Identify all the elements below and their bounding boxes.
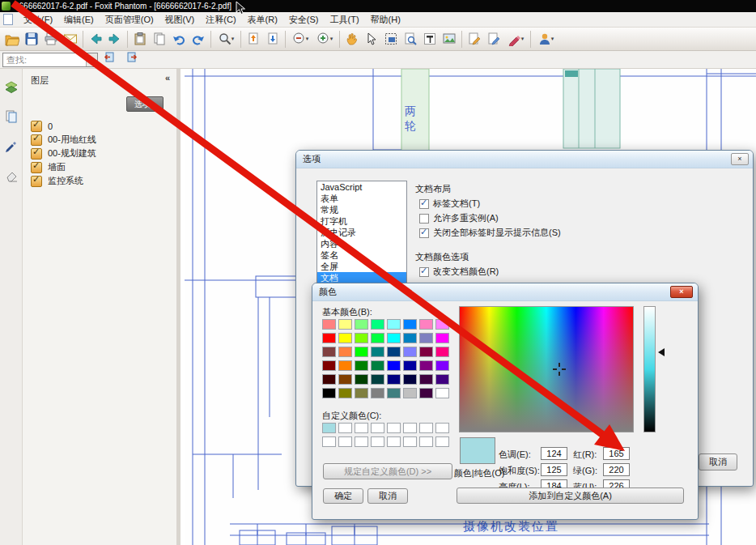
- layer-row[interactable]: 监控系统: [23, 174, 176, 188]
- saturation-field[interactable]: 125: [541, 463, 567, 476]
- menu-item[interactable]: 帮助(H): [365, 12, 406, 28]
- edit-object-button[interactable]: [465, 29, 484, 49]
- email-button[interactable]: [61, 29, 80, 49]
- custom-color-swatch[interactable]: [435, 436, 449, 447]
- basic-color-swatch[interactable]: [403, 388, 417, 398]
- basic-color-swatch[interactable]: [322, 347, 336, 357]
- custom-color-swatch[interactable]: [355, 436, 368, 447]
- layer-visibility-checkbox[interactable]: [31, 148, 42, 160]
- green-field[interactable]: 220: [603, 463, 630, 476]
- menu-item[interactable]: 视图(V): [159, 12, 201, 28]
- options-category[interactable]: 历史记录: [317, 227, 406, 238]
- basic-color-swatch[interactable]: [322, 388, 336, 398]
- layers-panel-button[interactable]: [2, 80, 19, 97]
- options-category[interactable]: JavaScript: [317, 181, 406, 193]
- basic-color-swatch[interactable]: [371, 360, 384, 371]
- basic-color-swatch[interactable]: [403, 347, 417, 357]
- redo-button[interactable]: [189, 29, 208, 49]
- custom-color-swatch[interactable]: [435, 423, 449, 433]
- cancel-button[interactable]: 取消: [367, 488, 408, 504]
- find-previous-button[interactable]: [99, 52, 120, 66]
- basic-color-swatch[interactable]: [387, 319, 401, 330]
- basic-color-swatch[interactable]: [419, 333, 433, 343]
- custom-color-swatch[interactable]: [355, 423, 368, 433]
- custom-color-swatch[interactable]: [403, 436, 417, 447]
- basic-color-swatch[interactable]: [355, 374, 368, 385]
- menu-item[interactable]: 编辑(E): [58, 12, 100, 28]
- zoom-tool-button[interactable]: ▾: [214, 29, 238, 49]
- basic-color-swatch[interactable]: [419, 374, 433, 385]
- signature-panel-button[interactable]: [2, 138, 19, 155]
- basic-color-swatch[interactable]: [387, 333, 401, 343]
- basic-color-swatch[interactable]: [403, 374, 417, 385]
- custom-color-swatch[interactable]: [338, 423, 352, 433]
- layer-visibility-checkbox[interactable]: [31, 176, 42, 187]
- basic-color-swatch[interactable]: [403, 360, 417, 371]
- menu-item[interactable]: 文件(F): [18, 12, 58, 28]
- find-button[interactable]: [401, 29, 420, 49]
- basic-color-swatch[interactable]: [435, 388, 449, 398]
- layer-visibility-checkbox[interactable]: [31, 121, 42, 132]
- pen-annotation-button[interactable]: ▾: [503, 29, 528, 49]
- basic-color-swatch[interactable]: [338, 347, 352, 357]
- layer-row[interactable]: 00-规划建筑: [23, 147, 176, 160]
- custom-color-swatch[interactable]: [338, 436, 352, 447]
- options-category[interactable]: 内容: [317, 238, 406, 249]
- checkbox-row[interactable]: 允许多重实例(A): [419, 212, 499, 224]
- menu-item[interactable]: 安全(S): [283, 12, 325, 28]
- define-custom-colors-button[interactable]: 规定自定义颜色(D) >>: [323, 463, 452, 479]
- basic-color-swatch[interactable]: [403, 319, 417, 330]
- undo-button[interactable]: [169, 29, 189, 49]
- basic-color-swatch[interactable]: [387, 388, 401, 398]
- checkbox[interactable]: [419, 228, 429, 238]
- basic-color-swatch[interactable]: [419, 360, 433, 371]
- luminance-slider-handle[interactable]: [658, 348, 665, 356]
- menu-item[interactable]: 页面管理(O): [100, 12, 159, 28]
- options-category[interactable]: 签名: [317, 249, 406, 261]
- collapse-panel-icon[interactable]: «: [165, 73, 168, 83]
- basic-color-swatch[interactable]: [355, 347, 368, 357]
- text-tool-button[interactable]: [420, 29, 440, 49]
- checkbox-row[interactable]: 关闭全部标签时显示提示信息(S): [419, 227, 561, 239]
- custom-color-swatch[interactable]: [419, 436, 433, 447]
- basic-color-swatch[interactable]: [338, 333, 352, 343]
- custom-color-swatch[interactable]: [371, 436, 384, 447]
- options-category[interactable]: 表单: [317, 193, 406, 204]
- previous-page-button[interactable]: [244, 29, 263, 49]
- custom-color-swatch[interactable]: [419, 423, 433, 433]
- panel-options-button[interactable]: 选项 ▾: [126, 96, 164, 112]
- layer-row[interactable]: 墙面: [23, 160, 176, 174]
- color-dialog-titlebar[interactable]: 颜色 ×: [312, 283, 698, 301]
- layer-visibility-checkbox[interactable]: [31, 162, 42, 173]
- basic-color-swatch[interactable]: [435, 360, 449, 371]
- close-button[interactable]: ×: [731, 153, 749, 165]
- cancel-button[interactable]: 取消: [699, 453, 737, 470]
- image-tool-button[interactable]: [440, 29, 459, 49]
- custom-color-swatch[interactable]: [322, 423, 336, 433]
- custom-color-swatch[interactable]: [387, 423, 401, 433]
- open-file-button[interactable]: [2, 29, 22, 49]
- zoom-out-button[interactable]: ▾: [288, 29, 312, 49]
- menu-item[interactable]: 表单(R): [242, 12, 283, 28]
- next-page-button[interactable]: [263, 29, 282, 49]
- basic-color-swatch[interactable]: [322, 360, 336, 371]
- basic-color-swatch[interactable]: [387, 347, 401, 357]
- custom-color-swatch[interactable]: [387, 436, 401, 447]
- basic-color-swatch[interactable]: [371, 374, 384, 385]
- previous-view-button[interactable]: [86, 29, 105, 49]
- basic-color-swatch[interactable]: [355, 388, 368, 398]
- basic-color-swatch[interactable]: [387, 360, 401, 371]
- basic-color-swatch[interactable]: [338, 360, 352, 371]
- checkbox[interactable]: [419, 199, 429, 209]
- copy-button[interactable]: [150, 29, 169, 49]
- basic-color-swatch[interactable]: [338, 374, 352, 385]
- snapshot-button[interactable]: [381, 29, 401, 49]
- basic-color-swatch[interactable]: [322, 333, 336, 343]
- paste-button[interactable]: [130, 29, 150, 49]
- checkbox[interactable]: [419, 267, 429, 277]
- basic-color-swatch[interactable]: [371, 388, 384, 398]
- basic-color-swatch[interactable]: [371, 319, 384, 330]
- red-field[interactable]: 165: [603, 447, 630, 460]
- basic-color-swatch[interactable]: [435, 319, 449, 330]
- save-button[interactable]: [22, 29, 41, 49]
